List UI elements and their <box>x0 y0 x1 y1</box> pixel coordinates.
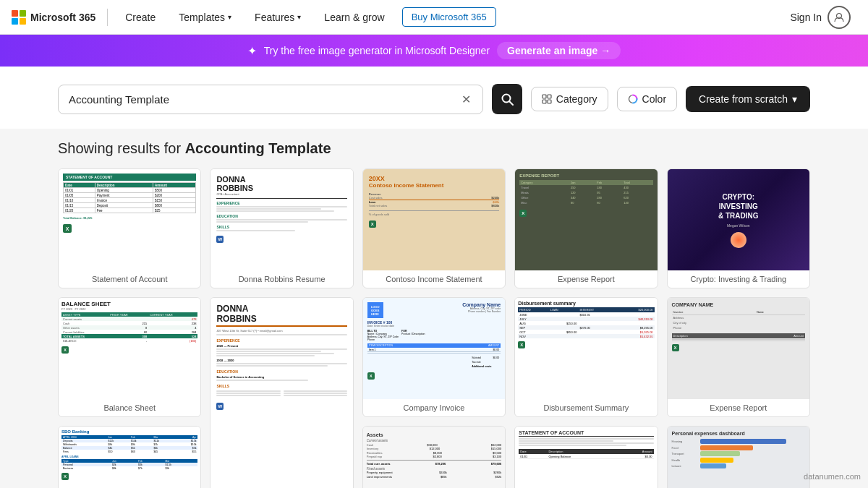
card-preview: STATEMENT OF ACCOUNT DateDescriptionAmou… <box>515 427 657 488</box>
ms365-logo[interactable]: Microsoft 365 <box>12 10 95 25</box>
svg-rect-5 <box>542 100 546 103</box>
results-query: Accounting Template <box>185 140 331 156</box>
category-label: Category <box>556 93 597 105</box>
card-preview: Disbursement summary PERIODLOANINTEREST$… <box>515 298 657 399</box>
top-navigation: Microsoft 365 Create Templates ▾ Feature… <box>0 0 868 35</box>
nav-features-label: Features <box>255 12 294 23</box>
create-scratch-chevron-icon: ▾ <box>792 93 797 105</box>
template-card[interactable]: Assets Current assets Cash$58,000$62,000… <box>362 426 506 488</box>
card-preview: BALANCE SHEET FY 2023 FY 2022 ASSET TYPE… <box>59 298 200 399</box>
template-card[interactable]: CRYPTO:INVESTING& TRADING Megan Wilson C… <box>667 168 810 288</box>
card-label: Expense Report <box>515 270 657 288</box>
card-preview: DONNA ROBBINS 407 West 13th St, Suite 61… <box>210 298 352 488</box>
template-card[interactable]: BALANCE SHEET FY 2023 FY 2022 ASSET TYPE… <box>58 297 201 417</box>
card-preview: COMPANY NAME InvoiceName Address City of… <box>668 298 809 399</box>
nav-features[interactable]: Features ▾ <box>249 9 307 26</box>
svg-rect-3 <box>542 95 546 98</box>
template-card[interactable]: LOGOGOESHERE Company Name Address, City,… <box>362 297 506 417</box>
template-card[interactable]: STATEMENT OF ACCOUNT DateDescriptionAmou… <box>58 168 201 288</box>
card-label: Donna Robbins Resume <box>210 270 352 288</box>
template-card[interactable]: DONNA ROBBINS 407 West 13th St, Suite 61… <box>210 297 353 488</box>
results-section: Showing results for Accounting Template … <box>0 129 868 488</box>
results-prefix: Showing results for <box>58 140 185 156</box>
card-preview: Assets Current assets Cash$58,000$62,000… <box>363 427 505 488</box>
card-preview: STATEMENT OF ACCOUNT DateDescriptionAmou… <box>59 169 200 270</box>
promo-spark-icon: ✦ <box>247 44 257 58</box>
card-preview: EXPENSE REPORT CategoryJanFebTotal Trave… <box>515 169 657 270</box>
card-preview: LOGOGOESHERE Company Name Address, City,… <box>363 298 505 399</box>
template-grid: STATEMENT OF ACCOUNT DateDescriptionAmou… <box>58 168 810 488</box>
template-card[interactable]: Disbursement summary PERIODLOANINTEREST$… <box>514 297 658 417</box>
card-label: Crypto: Investing & Trading <box>668 270 809 288</box>
template-card[interactable]: SBO Banking APRIL 2024JanFebMarApr Depos… <box>58 426 201 488</box>
svg-line-2 <box>509 101 513 105</box>
ms365-label: Microsoft 365 <box>30 12 95 23</box>
search-bar: ✕ <box>58 85 483 114</box>
watermark: datanumen.com <box>804 472 861 481</box>
card-preview: SBO Banking APRIL 2024JanFebMarApr Depos… <box>59 427 200 488</box>
promo-text: Try the free image generator in Microsof… <box>264 45 490 56</box>
avatar <box>827 6 851 29</box>
templates-chevron-icon: ▾ <box>228 13 231 21</box>
template-card[interactable]: 20XX Contoso Income Statement Revenue Co… <box>362 168 506 288</box>
buy-button[interactable]: Buy Microsoft 365 <box>402 7 496 27</box>
clear-search-button[interactable]: ✕ <box>460 91 472 108</box>
nav-templates[interactable]: Templates ▾ <box>173 9 237 26</box>
sign-in-label: Sign In <box>790 12 822 23</box>
card-label: Company Invoice <box>363 399 505 416</box>
template-card[interactable]: COMPANY NAME InvoiceName Address City of… <box>667 297 810 417</box>
card-preview: CRYPTO:INVESTING& TRADING Megan Wilson <box>668 169 809 270</box>
template-card[interactable]: EXPENSE REPORT CategoryJanFebTotal Trave… <box>514 168 658 288</box>
card-label: Contoso Income Statement <box>363 270 505 288</box>
card-label: Disbursement Summary <box>515 399 657 416</box>
color-label: Color <box>642 93 666 105</box>
nav-learn[interactable]: Learn & grow <box>318 9 390 26</box>
card-preview: DONNA ROBBINS CPA • Accountant EXPERIENC… <box>210 169 352 270</box>
card-preview: 20XX Contoso Income Statement Revenue Co… <box>363 169 505 270</box>
sign-in-button[interactable]: Sign In <box>784 3 856 32</box>
search-input[interactable] <box>69 93 454 106</box>
svg-rect-6 <box>548 100 551 103</box>
card-label: Expense Report <box>668 399 809 416</box>
nav-create[interactable]: Create <box>119 9 161 26</box>
search-section: ✕ Category Color Create from scratch ▾ <box>0 67 868 129</box>
category-filter-button[interactable]: Category <box>531 87 608 111</box>
template-card[interactable]: STATEMENT OF ACCOUNT DateDescriptionAmou… <box>514 426 658 488</box>
results-title: Showing results for Accounting Template <box>58 140 810 157</box>
color-icon <box>628 94 638 104</box>
ms-logo-grid <box>12 10 26 25</box>
features-chevron-icon: ▾ <box>297 13 301 21</box>
template-card[interactable]: DONNA ROBBINS CPA • Accountant EXPERIENC… <box>210 168 353 288</box>
category-icon <box>542 94 552 104</box>
card-preview: Personal expenses dashboard Housing Food… <box>668 427 809 488</box>
search-icon <box>501 93 514 106</box>
template-card[interactable]: Personal expenses dashboard Housing Food… <box>667 426 810 488</box>
card-label: Statement of Account <box>59 270 200 288</box>
promo-link[interactable]: Generate an image → <box>497 42 621 59</box>
search-button[interactable] <box>492 84 522 114</box>
card-label: Balance Sheet <box>59 399 200 416</box>
nav-templates-label: Templates <box>179 12 225 23</box>
nav-divider <box>107 9 108 26</box>
color-filter-button[interactable]: Color <box>617 87 677 111</box>
svg-rect-4 <box>548 95 551 98</box>
promo-banner: ✦ Try the free image generator in Micros… <box>0 35 868 67</box>
create-scratch-label: Create from scratch <box>699 93 788 105</box>
create-from-scratch-button[interactable]: Create from scratch ▾ <box>686 86 810 112</box>
